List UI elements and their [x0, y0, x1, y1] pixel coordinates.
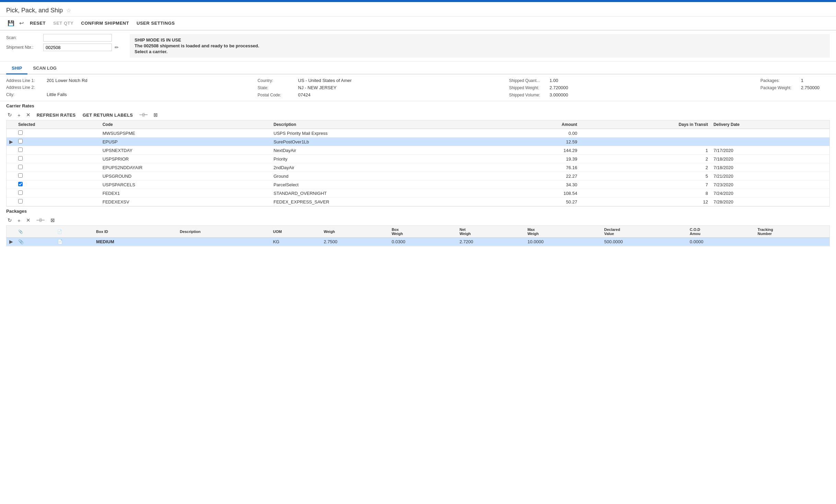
- row-arrow-cell: ▶: [7, 138, 15, 146]
- row-arrow-cell: [7, 146, 15, 155]
- row-checkbox[interactable]: [18, 165, 23, 169]
- pkg-clip-cell[interactable]: 📎: [15, 238, 55, 246]
- cr-add-icon[interactable]: +: [16, 112, 22, 119]
- carrier-rate-row[interactable]: EPUPS2NDDAYAIR 2ndDayAir 76.16 2 7/18/20…: [7, 163, 829, 172]
- shipped-volume-label: Shipped Volume:: [509, 93, 547, 97]
- row-selected-cell[interactable]: [15, 198, 100, 206]
- scan-input[interactable]: [43, 34, 112, 42]
- carrier-rate-row[interactable]: USPSPARCELS ParcelSelect 34.30 7 7/23/20…: [7, 180, 829, 189]
- shipment-nbr-input[interactable]: [43, 44, 112, 51]
- row-selected-cell[interactable]: [15, 180, 100, 189]
- row-description-cell: Priority: [271, 155, 501, 163]
- row-code-cell: EPUSP: [100, 138, 271, 146]
- row-selected-cell[interactable]: [15, 172, 100, 180]
- undo-icon-button[interactable]: ↩: [18, 19, 25, 27]
- row-selected-cell[interactable]: [15, 129, 100, 138]
- row-days-cell: 7: [580, 180, 711, 189]
- set-qty-button[interactable]: SET QTY: [50, 19, 76, 27]
- row-checkbox[interactable]: [18, 182, 23, 186]
- cr-delete-icon[interactable]: ✕: [25, 111, 32, 119]
- get-return-labels-button[interactable]: GET RETURN LABELS: [81, 112, 135, 118]
- packages-header-row: 📎 📄 Box ID Description UOM Weigh BoxWeig…: [7, 226, 829, 238]
- addr-group-left: Address Line 1: 201 Lower Notch Rd Addre…: [6, 78, 247, 97]
- row-days-cell: 1: [580, 146, 711, 155]
- row-delivery-date-cell: 7/18/2020: [711, 155, 829, 163]
- state-value: NJ - NEW JERSEY: [298, 85, 337, 90]
- page-header: Pick, Pack, and Ship ☆: [0, 2, 836, 16]
- pkg-uom-cell: KG: [270, 238, 321, 246]
- carrier-rate-row[interactable]: UPSGROUND Ground 22.27 5 7/21/2020: [7, 172, 829, 180]
- carrier-rate-row[interactable]: FEDEXEXSV FEDEX_EXPRESS_SAVER 50.27 12 7…: [7, 198, 829, 206]
- row-days-cell: 8: [580, 189, 711, 198]
- pkg-tracking-number-cell: [755, 238, 829, 246]
- row-selected-cell[interactable]: [15, 146, 100, 155]
- address-line1-label: Address Line 1:: [6, 78, 44, 83]
- row-amount-cell: 144.29: [501, 146, 580, 155]
- carrier-rate-row[interactable]: FEDEX1 STANDARD_OVERNIGHT 108.54 8 7/24/…: [7, 189, 829, 198]
- row-delivery-date-cell: [711, 138, 829, 146]
- row-days-cell: 5: [580, 172, 711, 180]
- tab-scan-log[interactable]: SCAN LOG: [27, 63, 62, 74]
- th-description: Description: [271, 120, 501, 129]
- carrier-rate-row[interactable]: USPSPRIOR Priority 19.39 2 7/18/2020: [7, 155, 829, 163]
- row-selected-cell[interactable]: [15, 163, 100, 172]
- row-code-cell: MWSUSPSPME: [100, 129, 271, 138]
- packages-title: Packages: [6, 209, 830, 214]
- row-checkbox[interactable]: [18, 156, 23, 161]
- state-row: State: NJ - NEW JERSEY: [258, 85, 499, 90]
- pkg-th-max-weigh: MaxWeigh: [525, 226, 602, 238]
- carrier-rates-table-container: Selected Code Description Amount Days in…: [6, 120, 830, 207]
- confirm-shipment-button[interactable]: CONFIRM SHIPMENT: [78, 19, 132, 27]
- row-checkbox[interactable]: [18, 139, 23, 143]
- save-icon-button[interactable]: 💾: [6, 19, 16, 27]
- packages-table-container: 📎 📄 Box ID Description UOM Weigh BoxWeig…: [6, 225, 830, 246]
- form-section: Scan: Shipment Nbr.: ✏ SHIP MODE IS IN U…: [0, 31, 836, 61]
- pkg-fit-columns-icon[interactable]: ⊣⊢: [35, 216, 46, 224]
- tab-ship[interactable]: SHIP: [6, 63, 27, 74]
- shipped-quant-row: Shipped Quant... 1.00: [509, 78, 750, 83]
- cr-refresh-icon[interactable]: ↻: [6, 111, 13, 119]
- row-checkbox[interactable]: [18, 148, 23, 152]
- pkg-delete-icon[interactable]: ✕: [25, 216, 32, 224]
- row-checkbox[interactable]: [18, 190, 23, 195]
- row-selected-cell[interactable]: [15, 189, 100, 198]
- user-settings-button[interactable]: USER SETTINGS: [134, 19, 178, 27]
- carrier-rate-row[interactable]: UPSNEXTDAY NextDayAir 144.29 1 7/17/2020: [7, 146, 829, 155]
- row-code-cell: UPSNEXTDAY: [100, 146, 271, 155]
- edit-icon[interactable]: ✏: [115, 45, 119, 50]
- favorite-icon[interactable]: ☆: [66, 7, 71, 14]
- row-selected-cell[interactable]: [15, 138, 100, 146]
- addr-group-pkg: Packages: 1 Package Weight: 2.750000: [760, 78, 820, 97]
- carrier-rate-row[interactable]: ▶ EPUSP SurePostOver1Lb 12.59: [7, 138, 829, 146]
- reset-button[interactable]: RESET: [27, 19, 48, 27]
- ship-mode-text2: Select a carrier.: [135, 49, 825, 54]
- refresh-rates-button[interactable]: REFRESH RATES: [35, 112, 78, 118]
- pkg-export-icon[interactable]: ⊠: [49, 216, 56, 224]
- row-checkbox[interactable]: [18, 130, 23, 135]
- pkg-add-icon[interactable]: +: [16, 217, 22, 224]
- pkg-doc-cell[interactable]: 📄: [55, 238, 94, 246]
- row-checkbox[interactable]: [18, 173, 23, 178]
- row-checkbox[interactable]: [18, 199, 23, 203]
- row-amount-cell: 108.54: [501, 189, 580, 198]
- th-amount: Amount: [501, 120, 580, 129]
- fit-columns-icon[interactable]: ⊣⊢: [138, 111, 149, 119]
- row-selected-cell[interactable]: [15, 155, 100, 163]
- pkg-th-description: Description: [177, 226, 270, 238]
- pkg-th-uom: UOM: [270, 226, 321, 238]
- shipped-weight-label: Shipped Weight:: [509, 85, 547, 90]
- row-code-cell: FEDEX1: [100, 189, 271, 198]
- pkg-th-tracking-number: TrackingNumber: [755, 226, 829, 238]
- country-value: US - United States of Amer: [298, 78, 352, 83]
- carrier-rate-row[interactable]: MWSUSPSPME USPS Priority Mail Express 0.…: [7, 129, 829, 138]
- carrier-rates-header-row: Selected Code Description Amount Days in…: [7, 120, 829, 129]
- country-label: Country:: [258, 78, 295, 83]
- package-row[interactable]: ▶ 📎 📄 MEDIUM KG 2.7500 0.0300 2.7200 10.…: [7, 238, 829, 246]
- package-weight-label: Package Weight:: [760, 85, 798, 90]
- pkg-refresh-icon[interactable]: ↻: [6, 216, 13, 224]
- shipped-weight-value: 2.720000: [549, 85, 568, 90]
- pkg-th-weigh: Weigh: [321, 226, 389, 238]
- export-icon[interactable]: ⊠: [152, 111, 159, 119]
- row-delivery-date-cell: 7/23/2020: [711, 180, 829, 189]
- th-code: Code: [100, 120, 271, 129]
